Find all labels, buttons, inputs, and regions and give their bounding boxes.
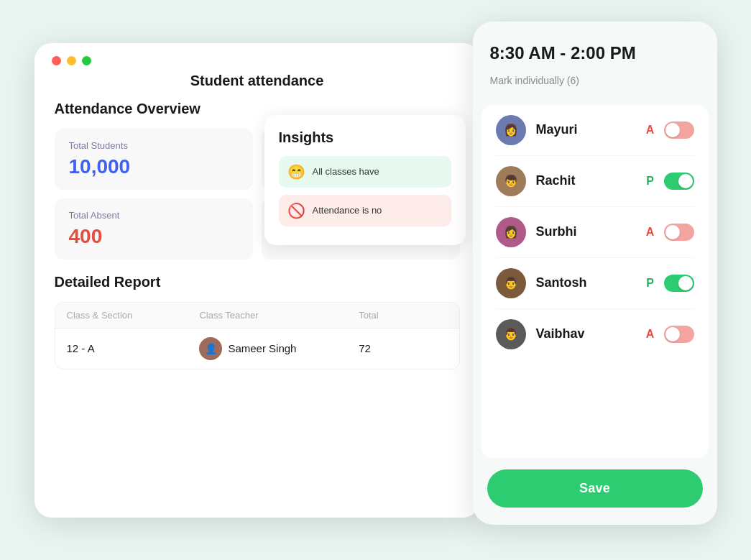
insight-negative-text: Attendance is no bbox=[313, 205, 382, 216]
student-name-vaibhav: Vaibhav bbox=[536, 326, 644, 341]
insight-positive-text: All classes have bbox=[313, 166, 379, 177]
avatar-rachit: 👦 bbox=[496, 166, 526, 196]
insight-item-negative: 🚫 Attendance is no bbox=[279, 195, 451, 226]
dot-green-window[interactable] bbox=[82, 56, 91, 65]
toggle-surbhi[interactable] bbox=[664, 224, 694, 241]
avatar-santosh: 👨 bbox=[496, 268, 526, 298]
save-button[interactable]: Save bbox=[487, 469, 703, 508]
status-vaibhav: A bbox=[644, 328, 657, 341]
save-btn-container: Save bbox=[473, 458, 717, 525]
insights-title: Insights bbox=[279, 129, 451, 146]
stat-value-total-absent: 400 bbox=[69, 225, 239, 248]
avatar-vaibhav: 👨 bbox=[496, 319, 526, 349]
toggle-knob-mayuri bbox=[665, 123, 680, 137]
avatar-mayuri: 👩 bbox=[496, 115, 526, 145]
toggle-mayuri[interactable] bbox=[664, 121, 694, 139]
col-total: Total bbox=[359, 310, 447, 321]
stat-total-absent: Total Absent 400 bbox=[55, 198, 253, 260]
insight-happy-emoji: 😁 bbox=[287, 163, 305, 180]
student-row-vaibhav: 👨 Vaibhav A bbox=[496, 309, 694, 359]
student-name-santosh: Santosh bbox=[536, 275, 644, 290]
detailed-report: Detailed Report Class & Section Class Te… bbox=[55, 274, 460, 369]
toggle-knob-surbhi bbox=[665, 225, 680, 239]
student-row-mayuri: 👩 Mayuri A bbox=[496, 105, 694, 156]
student-row-rachit: 👦 Rachit P bbox=[496, 156, 694, 207]
toggle-knob-santosh bbox=[678, 276, 693, 290]
status-mayuri: A bbox=[644, 124, 657, 137]
time-range-label: 8:30 AM - 2:00 PM bbox=[490, 43, 700, 63]
status-santosh: P bbox=[644, 277, 657, 290]
stat-label-total-students: Total Students bbox=[69, 140, 239, 151]
student-name-rachit: Rachit bbox=[536, 173, 644, 188]
insight-block-emoji: 🚫 bbox=[287, 202, 305, 219]
toggle-santosh[interactable] bbox=[664, 275, 694, 292]
avatar-surbhi: 👩 bbox=[496, 217, 526, 247]
teacher-name: Sameer Singh bbox=[228, 342, 296, 354]
status-surbhi: A bbox=[644, 226, 657, 239]
report-table: Class & Section Class Teacher Total 12 -… bbox=[55, 302, 460, 369]
students-list: 👩 Mayuri A 👦 Rachit P 👩 Surbhi bbox=[482, 105, 709, 458]
mark-individually-label: Mark individually (6) bbox=[490, 75, 700, 93]
window-controls bbox=[34, 43, 480, 73]
row-class: 12 - A bbox=[67, 342, 200, 354]
stat-label-total-absent: Total Absent bbox=[69, 210, 239, 221]
col-class-section: Class & Section bbox=[67, 310, 200, 321]
scene: Student attendance Attendance Overview T… bbox=[34, 22, 717, 539]
main-card: Student attendance Attendance Overview T… bbox=[34, 43, 480, 518]
dot-red[interactable] bbox=[52, 56, 61, 65]
dot-yellow[interactable] bbox=[67, 56, 76, 65]
student-row-surbhi: 👩 Surbhi A bbox=[496, 207, 694, 258]
student-row-santosh: 👨 Santosh P bbox=[496, 258, 694, 309]
toggle-vaibhav[interactable] bbox=[664, 326, 694, 343]
insights-panel: Insights 😁 All classes have 🚫 Attendance… bbox=[264, 115, 466, 245]
toggle-knob-vaibhav bbox=[665, 327, 680, 341]
toggle-rachit[interactable] bbox=[664, 173, 694, 190]
status-rachit: P bbox=[644, 175, 657, 188]
page-title: Student attendance bbox=[34, 73, 480, 101]
insight-item-positive: 😁 All classes have bbox=[279, 156, 451, 188]
student-name-mayuri: Mayuri bbox=[536, 122, 644, 137]
right-card-header: 8:30 AM - 2:00 PM Mark individually (6) bbox=[473, 22, 717, 105]
toggle-knob-rachit bbox=[678, 174, 693, 188]
col-class-teacher: Class Teacher bbox=[199, 310, 359, 321]
right-card: 8:30 AM - 2:00 PM Mark individually (6) … bbox=[473, 22, 717, 525]
teacher-avatar: 👤 bbox=[199, 337, 222, 360]
row-teacher: 👤 Sameer Singh bbox=[199, 337, 359, 360]
table-row: 12 - A 👤 Sameer Singh 72 bbox=[55, 328, 459, 369]
report-header: Class & Section Class Teacher Total bbox=[55, 303, 459, 328]
detailed-report-title: Detailed Report bbox=[55, 274, 460, 290]
student-name-surbhi: Surbhi bbox=[536, 224, 644, 239]
row-total: 72 bbox=[359, 342, 447, 354]
stat-total-students: Total Students 10,000 bbox=[55, 129, 253, 190]
stat-value-total-students: 10,000 bbox=[69, 155, 239, 178]
